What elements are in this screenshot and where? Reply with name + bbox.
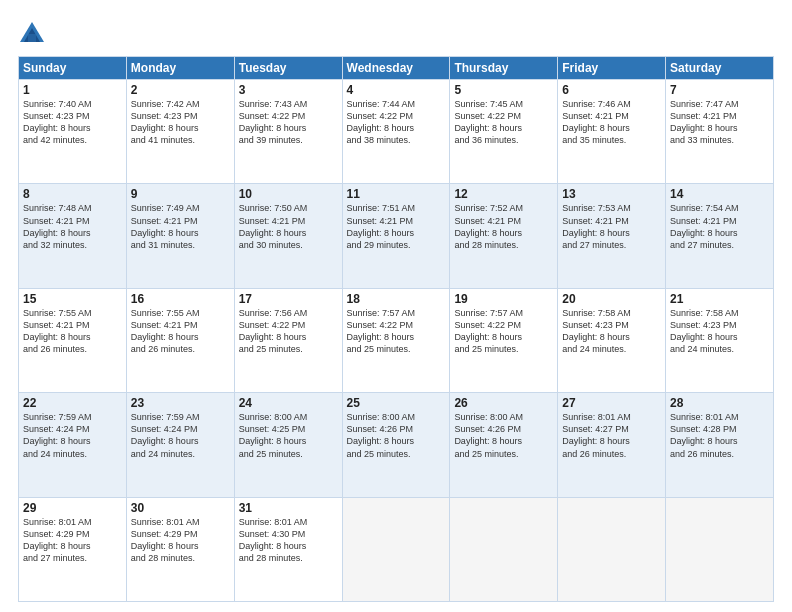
day-number: 4 — [347, 83, 446, 97]
day-number: 24 — [239, 396, 338, 410]
day-number: 17 — [239, 292, 338, 306]
calendar-cell: 14Sunrise: 7:54 AM Sunset: 4:21 PM Dayli… — [666, 184, 774, 288]
calendar-week-row: 29Sunrise: 8:01 AM Sunset: 4:29 PM Dayli… — [19, 497, 774, 601]
day-number: 5 — [454, 83, 553, 97]
day-number: 31 — [239, 501, 338, 515]
page: SundayMondayTuesdayWednesdayThursdayFrid… — [0, 0, 792, 612]
day-info: Sunrise: 8:00 AM Sunset: 4:25 PM Dayligh… — [239, 412, 308, 458]
weekday-header-monday: Monday — [126, 57, 234, 80]
calendar-cell: 17Sunrise: 7:56 AM Sunset: 4:22 PM Dayli… — [234, 288, 342, 392]
calendar-cell: 31Sunrise: 8:01 AM Sunset: 4:30 PM Dayli… — [234, 497, 342, 601]
day-number: 20 — [562, 292, 661, 306]
day-number: 25 — [347, 396, 446, 410]
day-number: 19 — [454, 292, 553, 306]
day-info: Sunrise: 7:47 AM Sunset: 4:21 PM Dayligh… — [670, 99, 739, 145]
calendar-cell — [558, 497, 666, 601]
day-info: Sunrise: 8:00 AM Sunset: 4:26 PM Dayligh… — [347, 412, 416, 458]
day-number: 2 — [131, 83, 230, 97]
day-info: Sunrise: 7:42 AM Sunset: 4:23 PM Dayligh… — [131, 99, 200, 145]
calendar-cell: 7Sunrise: 7:47 AM Sunset: 4:21 PM Daylig… — [666, 80, 774, 184]
calendar-week-row: 1Sunrise: 7:40 AM Sunset: 4:23 PM Daylig… — [19, 80, 774, 184]
day-number: 26 — [454, 396, 553, 410]
calendar: SundayMondayTuesdayWednesdayThursdayFrid… — [18, 56, 774, 602]
calendar-cell: 19Sunrise: 7:57 AM Sunset: 4:22 PM Dayli… — [450, 288, 558, 392]
calendar-cell: 5Sunrise: 7:45 AM Sunset: 4:22 PM Daylig… — [450, 80, 558, 184]
day-number: 10 — [239, 187, 338, 201]
weekday-header-tuesday: Tuesday — [234, 57, 342, 80]
day-info: Sunrise: 7:55 AM Sunset: 4:21 PM Dayligh… — [23, 308, 92, 354]
day-info: Sunrise: 7:50 AM Sunset: 4:21 PM Dayligh… — [239, 203, 308, 249]
day-number: 9 — [131, 187, 230, 201]
day-info: Sunrise: 7:53 AM Sunset: 4:21 PM Dayligh… — [562, 203, 631, 249]
weekday-header-friday: Friday — [558, 57, 666, 80]
weekday-header-wednesday: Wednesday — [342, 57, 450, 80]
calendar-cell: 16Sunrise: 7:55 AM Sunset: 4:21 PM Dayli… — [126, 288, 234, 392]
day-number: 13 — [562, 187, 661, 201]
day-info: Sunrise: 8:01 AM Sunset: 4:27 PM Dayligh… — [562, 412, 631, 458]
calendar-body: 1Sunrise: 7:40 AM Sunset: 4:23 PM Daylig… — [19, 80, 774, 602]
calendar-cell: 11Sunrise: 7:51 AM Sunset: 4:21 PM Dayli… — [342, 184, 450, 288]
calendar-cell: 20Sunrise: 7:58 AM Sunset: 4:23 PM Dayli… — [558, 288, 666, 392]
day-number: 12 — [454, 187, 553, 201]
header — [18, 16, 774, 48]
day-info: Sunrise: 8:01 AM Sunset: 4:29 PM Dayligh… — [131, 517, 200, 563]
calendar-cell: 27Sunrise: 8:01 AM Sunset: 4:27 PM Dayli… — [558, 393, 666, 497]
calendar-cell: 1Sunrise: 7:40 AM Sunset: 4:23 PM Daylig… — [19, 80, 127, 184]
day-number: 11 — [347, 187, 446, 201]
day-info: Sunrise: 7:49 AM Sunset: 4:21 PM Dayligh… — [131, 203, 200, 249]
day-number: 7 — [670, 83, 769, 97]
calendar-cell: 22Sunrise: 7:59 AM Sunset: 4:24 PM Dayli… — [19, 393, 127, 497]
day-info: Sunrise: 7:52 AM Sunset: 4:21 PM Dayligh… — [454, 203, 523, 249]
day-number: 29 — [23, 501, 122, 515]
day-info: Sunrise: 7:46 AM Sunset: 4:21 PM Dayligh… — [562, 99, 631, 145]
day-info: Sunrise: 7:57 AM Sunset: 4:22 PM Dayligh… — [347, 308, 416, 354]
day-number: 22 — [23, 396, 122, 410]
calendar-cell: 25Sunrise: 8:00 AM Sunset: 4:26 PM Dayli… — [342, 393, 450, 497]
calendar-cell: 23Sunrise: 7:59 AM Sunset: 4:24 PM Dayli… — [126, 393, 234, 497]
calendar-cell — [342, 497, 450, 601]
day-info: Sunrise: 8:01 AM Sunset: 4:30 PM Dayligh… — [239, 517, 308, 563]
day-number: 6 — [562, 83, 661, 97]
day-info: Sunrise: 7:54 AM Sunset: 4:21 PM Dayligh… — [670, 203, 739, 249]
calendar-cell: 24Sunrise: 8:00 AM Sunset: 4:25 PM Dayli… — [234, 393, 342, 497]
calendar-cell: 30Sunrise: 8:01 AM Sunset: 4:29 PM Dayli… — [126, 497, 234, 601]
day-info: Sunrise: 7:44 AM Sunset: 4:22 PM Dayligh… — [347, 99, 416, 145]
day-number: 30 — [131, 501, 230, 515]
day-info: Sunrise: 7:57 AM Sunset: 4:22 PM Dayligh… — [454, 308, 523, 354]
calendar-week-row: 8Sunrise: 7:48 AM Sunset: 4:21 PM Daylig… — [19, 184, 774, 288]
calendar-header: SundayMondayTuesdayWednesdayThursdayFrid… — [19, 57, 774, 80]
calendar-cell — [450, 497, 558, 601]
day-number: 28 — [670, 396, 769, 410]
day-number: 3 — [239, 83, 338, 97]
calendar-cell: 3Sunrise: 7:43 AM Sunset: 4:22 PM Daylig… — [234, 80, 342, 184]
day-number: 18 — [347, 292, 446, 306]
day-number: 15 — [23, 292, 122, 306]
day-info: Sunrise: 8:00 AM Sunset: 4:26 PM Dayligh… — [454, 412, 523, 458]
day-info: Sunrise: 7:40 AM Sunset: 4:23 PM Dayligh… — [23, 99, 92, 145]
calendar-cell: 10Sunrise: 7:50 AM Sunset: 4:21 PM Dayli… — [234, 184, 342, 288]
calendar-cell: 9Sunrise: 7:49 AM Sunset: 4:21 PM Daylig… — [126, 184, 234, 288]
weekday-header-thursday: Thursday — [450, 57, 558, 80]
day-number: 23 — [131, 396, 230, 410]
day-info: Sunrise: 7:59 AM Sunset: 4:24 PM Dayligh… — [131, 412, 200, 458]
day-info: Sunrise: 7:56 AM Sunset: 4:22 PM Dayligh… — [239, 308, 308, 354]
day-number: 27 — [562, 396, 661, 410]
day-info: Sunrise: 7:58 AM Sunset: 4:23 PM Dayligh… — [670, 308, 739, 354]
day-number: 16 — [131, 292, 230, 306]
day-info: Sunrise: 7:43 AM Sunset: 4:22 PM Dayligh… — [239, 99, 308, 145]
calendar-cell: 2Sunrise: 7:42 AM Sunset: 4:23 PM Daylig… — [126, 80, 234, 184]
day-number: 8 — [23, 187, 122, 201]
calendar-cell: 18Sunrise: 7:57 AM Sunset: 4:22 PM Dayli… — [342, 288, 450, 392]
weekday-header-saturday: Saturday — [666, 57, 774, 80]
logo — [18, 20, 50, 48]
day-info: Sunrise: 8:01 AM Sunset: 4:28 PM Dayligh… — [670, 412, 739, 458]
weekday-header-sunday: Sunday — [19, 57, 127, 80]
calendar-cell: 28Sunrise: 8:01 AM Sunset: 4:28 PM Dayli… — [666, 393, 774, 497]
svg-rect-2 — [28, 34, 36, 42]
day-info: Sunrise: 7:58 AM Sunset: 4:23 PM Dayligh… — [562, 308, 631, 354]
calendar-cell: 15Sunrise: 7:55 AM Sunset: 4:21 PM Dayli… — [19, 288, 127, 392]
calendar-cell: 4Sunrise: 7:44 AM Sunset: 4:22 PM Daylig… — [342, 80, 450, 184]
logo-icon — [18, 20, 46, 48]
day-info: Sunrise: 7:45 AM Sunset: 4:22 PM Dayligh… — [454, 99, 523, 145]
day-info: Sunrise: 7:51 AM Sunset: 4:21 PM Dayligh… — [347, 203, 416, 249]
